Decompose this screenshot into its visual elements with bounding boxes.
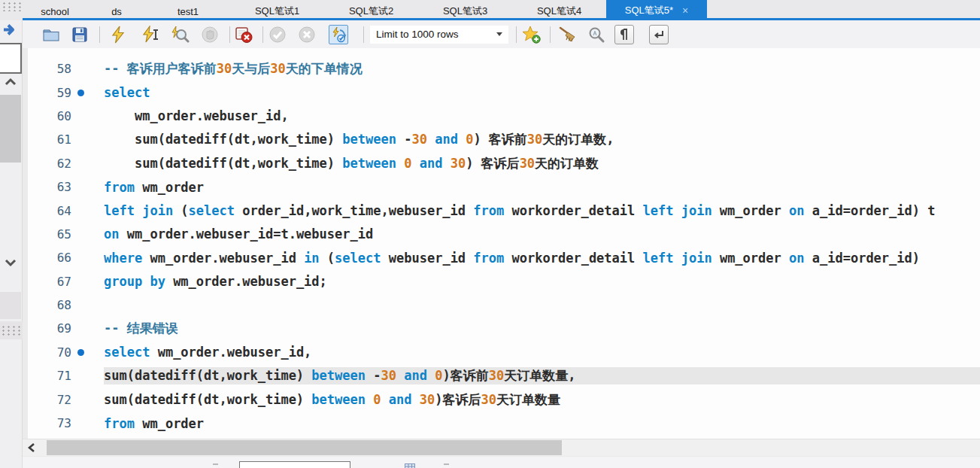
code-token: -- 客诉用户客诉前 [104, 61, 217, 76]
sidebar-cutoff-box[interactable] [0, 43, 22, 74]
code-text[interactable]: -- 结果错误 [104, 320, 980, 337]
toolbar-separator [550, 26, 551, 43]
vertical-scrollbar-up-button[interactable] [3, 76, 18, 88]
code-text[interactable]: wm_order.webuser_id, [104, 108, 980, 123]
sql-toolbar: Limit to 1000 rows [23, 20, 980, 48]
code-text[interactable]: on wm_order.webuser_id=t.webuser_id [104, 226, 980, 242]
autocommit-toggle-icon[interactable] [329, 25, 348, 44]
code-line[interactable]: 73from wm_order [23, 412, 980, 435]
code-token: 30 [451, 156, 466, 171]
code-token: 30 [420, 392, 435, 407]
result-combobox[interactable] [239, 461, 350, 468]
code-token [427, 368, 435, 383]
tab-label: SQL笔试5* [625, 4, 673, 17]
horizontal-scrollbar-thumb[interactable] [47, 440, 562, 455]
code-token: 天订单数量 [496, 392, 560, 407]
splitter-drag-grip[interactable] [1, 325, 21, 336]
code-line[interactable]: 60 wm_order.webuser_id, [23, 105, 980, 128]
code-line[interactable]: 69-- 结果错误 [23, 317, 980, 340]
code-line[interactable]: 63from wm_order [23, 175, 980, 199]
code-token: wm_order.webuser_id [142, 251, 304, 266]
code-token: and [389, 392, 412, 407]
code-token [411, 392, 419, 407]
code-token: wm_order.webuser_id, [104, 108, 289, 123]
code-token: group by [104, 274, 165, 289]
code-line[interactable]: 71sum(datediff(dt,work_time) between -30… [23, 364, 980, 387]
tab-label: SQL笔试2 [349, 5, 393, 18]
code-token: wm_order.webuser_id=t.webuser_id [119, 226, 373, 242]
line-number: 62 [23, 157, 71, 171]
code-text[interactable]: sum(datediff(dt,work_time) between 0 and… [104, 391, 980, 409]
code-text[interactable]: sum(datediff(dt,work_time) between -30 a… [104, 367, 980, 384]
sql-code-editor[interactable]: 58-- 客诉用户客诉前30天与后30天的下单情况59select60 wm_o… [23, 48, 980, 439]
code-line[interactable]: 65on wm_order.webuser_id=t.webuser_id [23, 223, 980, 246]
code-token: )客诉后 [435, 392, 481, 407]
code-line[interactable]: 67group by wm_order.webuser_id; [23, 270, 980, 293]
code-line[interactable]: 62 sum(datediff(dt,work_time) between 0 … [23, 152, 980, 175]
stop-on-error-toggle-icon[interactable] [234, 25, 253, 44]
code-text[interactable]: sum(datediff(dt,work_time) between -30 a… [104, 131, 980, 148]
code-token: 30 [481, 392, 496, 407]
scroll-left-button[interactable] [23, 439, 41, 456]
tab-SQL笔试5*[interactable]: SQL笔试5*× [606, 0, 707, 20]
rollback-icon[interactable] [297, 25, 317, 44]
explain-plan-icon[interactable] [170, 25, 190, 44]
code-line[interactable]: 61 sum(datediff(dt,work_time) between -3… [23, 128, 980, 151]
vertical-scrollbar-down-button[interactable] [3, 257, 18, 269]
execute-current-statement-icon[interactable] [141, 25, 160, 44]
horizontal-scrollbar[interactable] [23, 439, 980, 456]
code-text[interactable]: left join (select order_id,work_time,web… [104, 203, 980, 218]
code-token: from [104, 416, 135, 431]
code-text[interactable]: select wm_order.webuser_id, [104, 345, 980, 360]
code-text[interactable]: group by wm_order.webuser_id; [104, 274, 980, 289]
code-token: - [366, 368, 381, 383]
tab-label: SQL笔试4 [537, 5, 581, 18]
show-invisibles-toggle-icon[interactable] [614, 25, 634, 44]
code-text[interactable] [104, 305, 980, 305]
result-grid-icon[interactable] [405, 462, 415, 468]
code-token: on [104, 226, 119, 242]
panel-drag-grip[interactable] [2, 2, 21, 11]
code-line[interactable]: 66where wm_order.webuser_id in (select w… [23, 246, 980, 269]
find-icon[interactable] [587, 25, 606, 44]
wrap-text-toggle-icon[interactable] [649, 25, 669, 44]
statement-marker-icon [77, 90, 84, 96]
open-script-icon[interactable] [41, 25, 61, 44]
line-number: 63 [23, 180, 71, 194]
code-text[interactable]: sum(datediff(dt,work_time) between 0 and… [104, 155, 980, 172]
code-token: webuser_id [381, 251, 474, 266]
sql-editor-window: schooldstest1SQL笔试1SQL笔试2SQL笔试3SQL笔试4SQL… [0, 0, 980, 468]
code-line[interactable]: 70select wm_order.webuser_id, [23, 341, 980, 364]
code-token: 30 [270, 61, 285, 76]
execute-icon[interactable] [108, 25, 128, 44]
code-line[interactable]: 58-- 客诉用户客诉前30天与后30天的下单情况 [23, 57, 980, 81]
toolbar-separator [99, 26, 100, 43]
save-script-icon[interactable] [70, 25, 90, 44]
code-token [427, 132, 435, 147]
code-text[interactable]: where wm_order.webuser_id in (select web… [104, 251, 980, 266]
code-line[interactable]: 64left join (select order_id,work_time,w… [23, 199, 980, 222]
code-token: on [789, 203, 804, 218]
code-line[interactable]: 72sum(datediff(dt,work_time) between 0 a… [23, 387, 980, 411]
statement-marker-icon [77, 349, 84, 356]
vertical-scrollbar-thumb[interactable] [0, 95, 21, 163]
code-text[interactable]: -- 客诉用户客诉前30天与后30天的下单情况 [104, 60, 980, 77]
code-text[interactable]: from wm_order [104, 416, 980, 431]
code-text[interactable]: select [104, 85, 980, 100]
code-line[interactable]: 68 [23, 293, 980, 317]
code-token: 30 [217, 61, 232, 76]
code-token: and [404, 368, 427, 383]
code-token: 天订单数量, [504, 368, 575, 383]
expand-sidebar-arrow-icon[interactable] [2, 23, 18, 37]
code-text[interactable]: from wm_order [104, 180, 980, 195]
code-token: wm_order [135, 180, 204, 195]
commit-icon[interactable] [268, 25, 287, 44]
tab-label: SQL笔试3 [443, 5, 487, 18]
code-line[interactable]: 59select [23, 81, 980, 104]
add-snippet-icon[interactable] [522, 25, 542, 44]
limit-rows-dropdown[interactable]: Limit to 1000 rows [370, 26, 508, 44]
beautify-icon[interactable] [558, 25, 578, 44]
close-tab-icon[interactable]: × [682, 5, 688, 16]
stop-execution-icon[interactable] [200, 25, 220, 44]
code-token [396, 368, 404, 383]
